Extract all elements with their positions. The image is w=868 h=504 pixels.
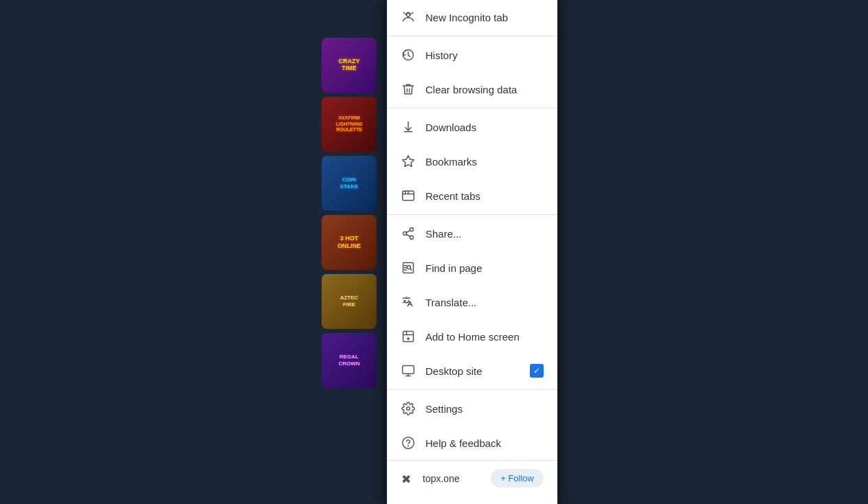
- menu-label-recent-tabs: Recent tabs: [425, 190, 544, 202]
- site-favicon: ✕: [401, 472, 414, 485]
- game-thumb-regal[interactable]: REGALCROWN: [322, 333, 377, 388]
- menu-item-add-to-home[interactable]: Add to Home screen: [387, 319, 557, 354]
- svg-point-19: [407, 407, 410, 411]
- menu-label-history: History: [425, 49, 544, 61]
- menu-item-help-feedback[interactable]: Help & feedback: [387, 426, 557, 460]
- menu-item-find-in-page[interactable]: Find in page: [387, 251, 557, 285]
- menu-item-settings[interactable]: Settings: [387, 391, 557, 426]
- menu-item-history[interactable]: History: [387, 38, 557, 72]
- context-menu: New Incognito tab History Clear browsing…: [387, 0, 557, 504]
- game-thumb-hot[interactable]: 3 HOTONLINE: [322, 215, 377, 270]
- menu-label-bookmarks: Bookmarks: [425, 156, 544, 168]
- menu-label-find-in-page: Find in page: [425, 262, 544, 274]
- menu-label-translate: Translate...: [425, 297, 544, 308]
- help-icon: [401, 435, 416, 450]
- svg-marker-2: [403, 156, 414, 167]
- desktop-icon: [401, 363, 416, 378]
- menu-item-translate[interactable]: Translate...: [387, 285, 557, 319]
- menu-label-new-incognito-tab: New Incognito tab: [425, 12, 544, 23]
- incognito-icon: [401, 10, 416, 25]
- menu-label-desktop-site: Desktop site: [425, 365, 520, 377]
- add-home-icon: [401, 329, 416, 344]
- svg-point-20: [403, 437, 414, 449]
- desktop-site-checkbox[interactable]: ✓: [530, 364, 544, 378]
- divider-4: [387, 389, 557, 390]
- trash-icon: [401, 82, 416, 97]
- menu-label-help-feedback: Help & feedback: [425, 437, 544, 449]
- game-thumb-coin[interactable]: COINSTAKE: [322, 156, 377, 211]
- menu-label-share: Share...: [425, 228, 544, 240]
- game-thumb-lightning[interactable]: XXXFIRMLIGHTNINGROULETTE: [322, 97, 377, 152]
- checkmark: ✓: [533, 366, 540, 376]
- star-icon: [401, 154, 416, 169]
- menu-item-bookmarks[interactable]: Bookmarks: [387, 144, 557, 179]
- menu-label-settings: Settings: [425, 403, 544, 415]
- svg-line-7: [406, 234, 410, 236]
- game-thumbnails: CRAZYTIME XXXFIRMLIGHTNINGROULETTE COINS…: [322, 38, 390, 504]
- menu-item-recent-tabs[interactable]: Recent tabs: [387, 179, 557, 213]
- svg-line-11: [410, 268, 412, 270]
- menu-item-desktop-site[interactable]: Desktop site ✓: [387, 354, 557, 388]
- menu-item-downloads[interactable]: Downloads: [387, 110, 557, 144]
- follow-button[interactable]: + Follow: [491, 469, 544, 488]
- svg-line-8: [406, 230, 410, 232]
- divider-1: [387, 36, 557, 36]
- site-name: topx.one: [423, 473, 482, 484]
- svg-rect-16: [403, 366, 414, 374]
- recent-tabs-icon: [401, 188, 416, 203]
- divider-2: [387, 108, 557, 108]
- divider-3: [387, 214, 557, 215]
- menu-label-downloads: Downloads: [425, 122, 544, 133]
- svg-point-0: [407, 13, 410, 16]
- svg-text:✕: ✕: [402, 474, 410, 485]
- follow-label: + Follow: [500, 473, 534, 483]
- gear-icon: [401, 401, 416, 416]
- menu-item-clear-browsing-data[interactable]: Clear browsing data: [387, 72, 557, 106]
- menu-label-clear-browsing-data: Clear browsing data: [425, 84, 544, 95]
- download-icon: [401, 119, 416, 135]
- menu-item-share[interactable]: Share...: [387, 216, 557, 251]
- menu-label-add-to-home: Add to Home screen: [425, 331, 544, 343]
- menu-site-row: ✕ topx.one + Follow: [387, 460, 557, 496]
- game-thumb-crazy-time[interactable]: CRAZYTIME: [322, 38, 377, 93]
- translate-icon: [401, 295, 416, 310]
- game-thumb-aztec[interactable]: AZTECFIRE: [322, 274, 377, 329]
- share-icon: [401, 226, 416, 241]
- history-icon: [401, 47, 416, 62]
- menu-item-new-incognito-tab[interactable]: New Incognito tab: [387, 0, 557, 34]
- find-icon: [401, 260, 416, 275]
